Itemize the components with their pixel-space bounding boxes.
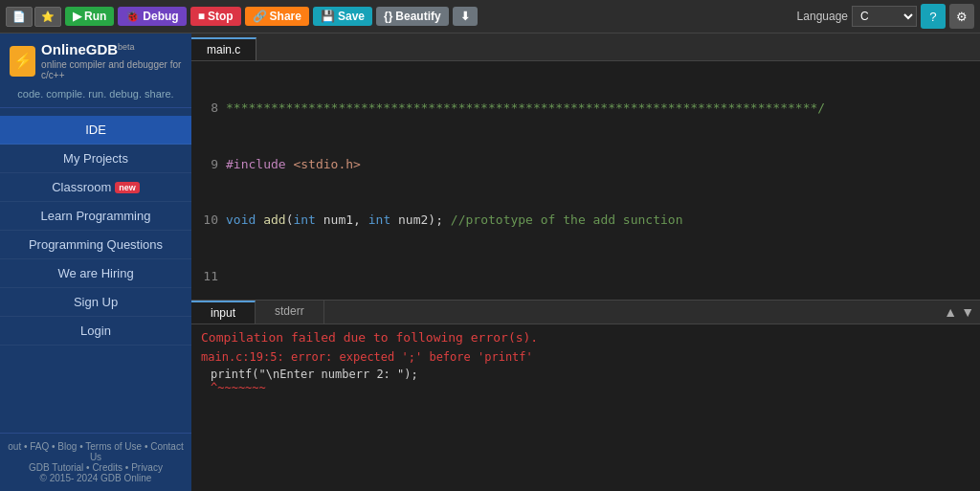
footer-link-privacy[interactable]: Privacy [131, 462, 163, 473]
sidebar-item-ide[interactable]: IDE [0, 116, 191, 145]
output-expand-button[interactable]: ▲ [944, 304, 957, 320]
editor-area: main.c 8 *******************************… [191, 33, 980, 491]
settings-button[interactable]: ⚙ [949, 4, 974, 29]
file-icon-group: 📄 ⭐ [6, 7, 61, 27]
output-tab-bar: input stderr ▲ ▼ [191, 301, 980, 324]
footer-link-blog[interactable]: Blog [57, 441, 77, 452]
share-icon: 🔗 [253, 10, 267, 23]
output-shrink-button[interactable]: ▼ [961, 304, 974, 320]
toolbar: 📄 ⭐ ▶ Run 🐞 Debug ■ Stop 🔗 Share 💾 Save … [0, 0, 980, 33]
help-button[interactable]: ? [921, 4, 946, 29]
language-selector: Language C C++ Java Python ? ⚙ [797, 4, 974, 29]
file-tab-main-c[interactable]: main.c [191, 37, 256, 60]
stop-button[interactable]: ■ Stop [190, 7, 241, 26]
open-file-button[interactable]: ⭐ [34, 7, 61, 27]
app-subtitle: online compiler and debugger for c/c++ [41, 59, 182, 80]
download-icon: ⬇ [460, 10, 470, 23]
save-icon: 💾 [321, 10, 335, 23]
file-tab-bar: main.c [191, 33, 980, 61]
output-tab-actions: ▲ ▼ [938, 301, 980, 324]
beautify-button[interactable]: {} Beautify [376, 7, 449, 26]
output-panel: input stderr ▲ ▼ Compilation failed due … [191, 300, 980, 491]
sidebar-nav: IDE My Projects Classroom new Learn Prog… [0, 116, 191, 346]
copyright: © 2015- 2024 GDB Online [8, 473, 184, 483]
sidebar-item-my-projects[interactable]: My Projects [0, 145, 191, 173]
debug-button[interactable]: 🐞 Debug [118, 7, 186, 26]
app-tagline: code. compile. run. debug. share. [10, 88, 182, 100]
table-row: 9 #include <stdio.h> [199, 155, 972, 174]
new-badge: new [115, 182, 140, 193]
error-caret: ^~~~~~~~ [211, 381, 970, 394]
table-row: 11 [199, 267, 972, 286]
save-button[interactable]: 💾 Save [313, 7, 372, 26]
sidebar-item-login[interactable]: Login [0, 317, 191, 346]
language-dropdown[interactable]: C C++ Java Python [852, 6, 917, 27]
share-button[interactable]: 🔗 Share [245, 7, 309, 26]
code-editor[interactable]: 8 **************************************… [191, 61, 980, 300]
sidebar-item-classroom[interactable]: Classroom new [0, 173, 191, 202]
beta-label: beta [118, 42, 135, 52]
error-header: Compilation failed due to following erro… [201, 330, 970, 345]
logo-row: ⚡ OnlineGDBbeta online compiler and debu… [10, 41, 182, 80]
sidebar-item-we-are-hiring[interactable]: We are Hiring [0, 259, 191, 288]
new-file-button[interactable]: 📄 [6, 7, 33, 27]
code-content: 8 **************************************… [191, 61, 980, 300]
output-content: Compilation failed due to following erro… [191, 324, 980, 491]
beautify-icon: {} [384, 10, 392, 23]
sidebar-item-learn-programming[interactable]: Learn Programming [0, 202, 191, 231]
sidebar: ⚡ OnlineGDBbeta online compiler and debu… [0, 33, 191, 491]
table-row: 10 void add(int num1, int num2); //proto… [199, 211, 972, 230]
run-icon: ▶ [73, 10, 81, 23]
footer-link-credits[interactable]: Credits [92, 462, 122, 473]
download-button[interactable]: ⬇ [453, 7, 478, 26]
logo-icon: ⚡ [10, 46, 35, 77]
sidebar-header: ⚡ OnlineGDBbeta online compiler and debu… [0, 33, 191, 108]
output-tab-stderr[interactable]: stderr [256, 301, 324, 324]
run-button[interactable]: ▶ Run [65, 7, 114, 26]
error-location: main.c:19:5: error: expected ';' before … [201, 350, 970, 364]
table-row: 8 **************************************… [199, 99, 972, 118]
app-name: OnlineGDB [41, 41, 118, 57]
footer-link-gdb-tutorial[interactable]: GDB Tutorial [29, 462, 83, 473]
footer-link-faq[interactable]: FAQ [30, 441, 49, 452]
main-layout: ⚡ OnlineGDBbeta online compiler and debu… [0, 33, 980, 491]
stop-icon: ■ [198, 10, 205, 23]
debug-icon: 🐞 [125, 10, 140, 23]
error-code: printf("\nEnter numberr 2: "); [211, 368, 970, 381]
footer-link-out: out • [8, 441, 30, 452]
output-tab-input[interactable]: input [191, 301, 256, 324]
sidebar-footer: out • FAQ • Blog • Terms of Use • Contac… [0, 433, 191, 491]
footer-link-terms[interactable]: Terms of Use [85, 441, 142, 452]
sidebar-item-sign-up[interactable]: Sign Up [0, 288, 191, 317]
sidebar-item-programming-questions[interactable]: Programming Questions [0, 231, 191, 259]
language-label: Language [797, 10, 848, 23]
